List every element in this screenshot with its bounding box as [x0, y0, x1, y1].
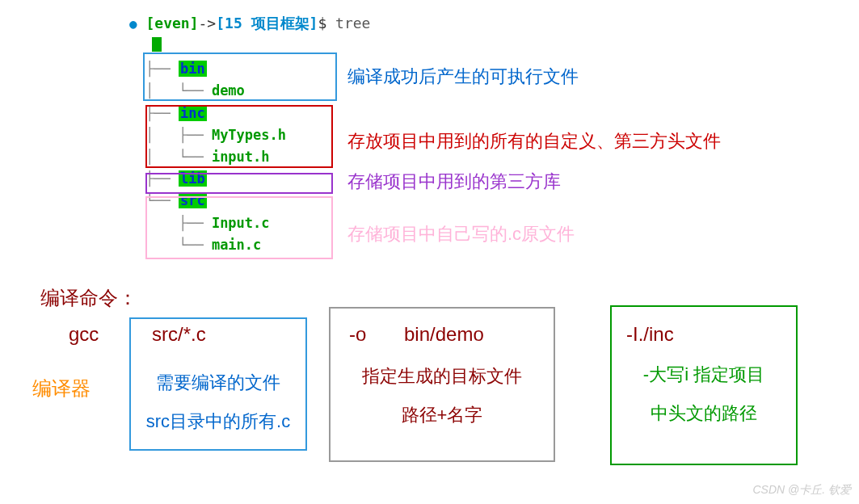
box-src-outline	[145, 196, 333, 259]
explanation-box-include: -大写i 指定项目 中头文的路径	[610, 305, 798, 465]
exp2-line1: 指定生成的目标文件	[331, 357, 554, 396]
tree-root-icon	[152, 37, 162, 52]
box-inc-outline	[145, 105, 333, 168]
prompt-path: [15 项目框架]	[216, 15, 318, 32]
prompt-user: [even]	[145, 15, 198, 32]
bullet-icon: ●	[129, 16, 137, 32]
box-bin-outline	[143, 52, 337, 101]
label-src: 存储项目中自己写的.c原文件	[347, 222, 575, 246]
cmd-gcc: gcc	[69, 323, 99, 346]
command-text: tree	[335, 15, 370, 32]
exp3-line1: -大写i 指定项目	[612, 355, 796, 394]
label-lib: 存储项目中用到的第三方库	[347, 170, 561, 194]
label-bin: 编译成功后产生的可执行文件	[347, 65, 579, 89]
label-inc: 存放项目中用到的所有的自定义、第三方头文件	[347, 129, 721, 153]
exp1-line1: 需要编译的文件	[131, 363, 305, 402]
box-lib-outline	[145, 173, 333, 194]
exp3-line2: 中头文的路径	[612, 394, 796, 433]
explanation-box-output: 指定生成的目标文件 路径+名字	[329, 307, 555, 462]
terminal-prompt: ● [even]->[15 项目框架]$ tree	[129, 12, 370, 34]
compiler-label: 编译器	[32, 376, 91, 401]
watermark: CSDN @卡丘. 钦爱	[752, 483, 851, 498]
explanation-box-src: 需要编译的文件 src目录中的所有.c	[129, 317, 307, 451]
exp1-line2: src目录中的所有.c	[131, 402, 305, 441]
compile-title: 编译命令：	[40, 285, 137, 311]
exp2-line2: 路径+名字	[331, 396, 554, 435]
prompt-arrow: ->	[199, 15, 217, 32]
prompt-dollar: $	[318, 15, 326, 32]
